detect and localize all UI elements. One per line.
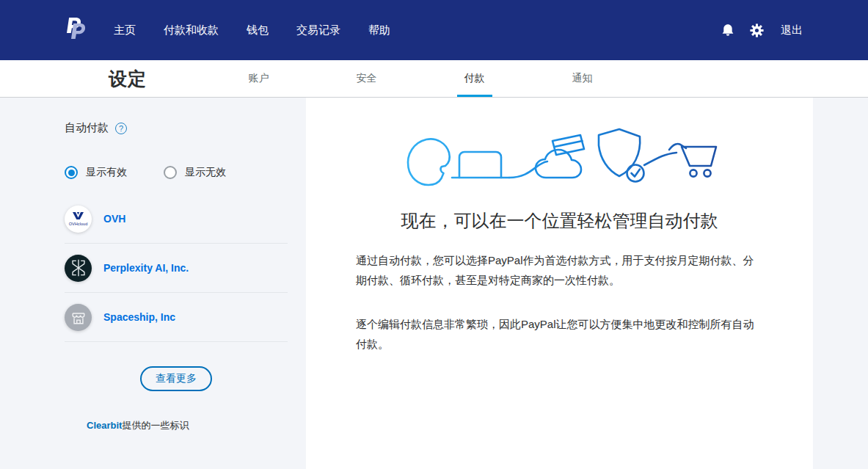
radio-circle-icon xyxy=(164,166,177,179)
person-head-line xyxy=(407,139,449,185)
merchant-name: Spaceship, Inc xyxy=(103,311,175,323)
section-title-row: 自动付款 ? xyxy=(65,121,288,135)
connector-line xyxy=(509,161,547,178)
nav-menu: 主页 付款和收款 钱包 交易记录 帮助 xyxy=(114,23,390,37)
perplexity-knot-logo-icon xyxy=(65,255,92,282)
see-more-button[interactable]: 查看更多 xyxy=(140,366,212,391)
clearbit-brand: Clearbit xyxy=(87,420,122,431)
payment-journey-illustration xyxy=(306,125,813,189)
cart-basket-line xyxy=(682,147,716,166)
main-heading: 现在，可以在一个位置轻松管理自动付款 xyxy=(306,209,813,233)
paypal-logo-icon[interactable] xyxy=(65,15,90,45)
radio-label: 显示无效 xyxy=(185,166,226,179)
see-more-wrap: 查看更多 xyxy=(65,366,288,391)
nav-right: 退出 xyxy=(721,23,803,37)
status-filter-radios: 显示有效 显示无效 xyxy=(65,166,288,179)
right-gutter xyxy=(813,98,868,469)
nav-item-activity[interactable]: 交易记录 xyxy=(296,23,340,37)
tab-account[interactable]: 账户 xyxy=(205,60,313,97)
ovhcloud-logo-icon: OVHcloud xyxy=(65,206,92,233)
cart-wheel-left xyxy=(690,170,696,176)
bell-icon[interactable] xyxy=(721,23,734,37)
logout-button[interactable]: 退出 xyxy=(781,23,803,37)
check-mark-line xyxy=(631,170,640,177)
storefront-logo-icon xyxy=(65,304,92,331)
shield-line xyxy=(599,129,640,176)
nav-item-home[interactable]: 主页 xyxy=(114,23,136,37)
merchant-list: OVHcloud OVH Perpl xyxy=(65,194,288,342)
laptop-line xyxy=(459,152,501,178)
radio-show-active[interactable]: 显示有效 xyxy=(65,166,127,179)
svg-text:OVHcloud: OVHcloud xyxy=(69,222,88,226)
merchant-row-perplexity[interactable]: Perplexity AI, Inc. xyxy=(65,244,288,293)
merchant-name: Perplexity AI, Inc. xyxy=(103,262,189,274)
section-title: 自动付款 xyxy=(65,121,109,135)
auto-payments-sidebar: 自动付款 ? 显示有效 显示无效 OVHcloud xyxy=(0,98,306,469)
nav-item-send-receive[interactable]: 付款和收款 xyxy=(164,23,219,37)
tab-security[interactable]: 安全 xyxy=(313,60,420,97)
intro-paragraph-1: 通过自动付款，您可以选择PayPal作为首选付款方式，用于支付按月定期付款、分期… xyxy=(356,250,764,290)
tab-payments[interactable]: 付款 xyxy=(420,60,528,97)
settings-header: 设定 账户 安全 付款 通知 xyxy=(0,60,868,98)
auto-payments-main: 现在，可以在一个位置轻松管理自动付款 通过自动付款，您可以选择PayPal作为首… xyxy=(306,98,813,469)
tab-notifications[interactable]: 通知 xyxy=(528,60,636,97)
connector-line-2 xyxy=(644,153,676,165)
merchant-row-ovh[interactable]: OVHcloud OVH xyxy=(65,194,288,244)
cart-wheel-right xyxy=(704,170,710,176)
merchant-row-spaceship[interactable]: Spaceship, Inc xyxy=(65,293,288,342)
check-circle-line xyxy=(627,165,643,182)
credit-card-line xyxy=(552,135,584,155)
merchant-name: OVH xyxy=(103,213,125,225)
top-nav: 主页 付款和收款 钱包 交易记录 帮助 xyxy=(0,0,868,60)
radio-show-inactive[interactable]: 显示无效 xyxy=(164,166,226,179)
radio-label: 显示有效 xyxy=(86,166,127,179)
settings-tabs: 账户 安全 付款 通知 xyxy=(205,60,636,97)
nav-item-wallet[interactable]: 钱包 xyxy=(247,23,269,37)
radio-circle-icon xyxy=(65,166,78,179)
nav-item-help[interactable]: 帮助 xyxy=(368,23,390,37)
page-title: 设定 xyxy=(109,67,147,91)
intro-paragraph-2: 逐个编辑付款信息非常繁琐，因此PayPal让您可以方便集中地更改和控制所有自动付… xyxy=(356,314,764,354)
page-body: 自动付款 ? 显示有效 显示无效 OVHcloud xyxy=(0,98,868,469)
clearbit-attribution: Clearbit提供的一些标识 xyxy=(87,419,288,432)
gear-icon[interactable] xyxy=(750,23,764,37)
help-circle-icon[interactable]: ? xyxy=(115,123,127,134)
clearbit-text: 提供的一些标识 xyxy=(122,420,189,431)
credit-card-stripe xyxy=(554,141,582,147)
